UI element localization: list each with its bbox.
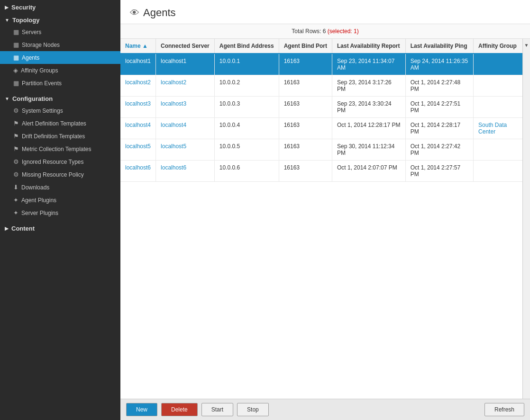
table-cell: 10.0.0.1 xyxy=(214,54,279,75)
table-cell: Oct 1, 2014 2:27:51 PM xyxy=(405,97,473,118)
table-cell-link[interactable]: localhost5 xyxy=(161,143,186,150)
col-header-last-avail-ping[interactable]: Last Availability Ping xyxy=(405,39,473,54)
table-cell: localhost3 xyxy=(156,97,215,118)
partition-icon: ▦ xyxy=(13,80,19,87)
sidebar-item-agents[interactable]: ▦ Agents xyxy=(0,51,120,64)
sidebar-section-content[interactable]: ▶ Content xyxy=(0,221,120,234)
sidebar-item-agents-label: Agents xyxy=(22,54,39,61)
sidebar-item-servers[interactable]: ▦ Servers xyxy=(0,26,120,38)
sidebar-section-security[interactable]: ▶ Security xyxy=(0,0,120,13)
table-cell-link[interactable]: localhost2 xyxy=(161,79,186,86)
footer-bar: New Delete Start Stop Refresh xyxy=(120,399,530,420)
storage-icon: ▦ xyxy=(13,41,19,48)
sidebar-item-agent-plugins[interactable]: ✦ Agent Plugins xyxy=(0,194,120,206)
table-cell: localhost1 xyxy=(156,54,215,75)
sidebar-item-affinity-groups-label: Affinity Groups xyxy=(21,67,58,74)
sidebar-item-missing-resource-policy-label: Missing Resource Policy xyxy=(22,171,84,178)
drift-icon: ⚑ xyxy=(13,133,19,140)
table-cell: Oct 1, 2014 2:27:48 PM xyxy=(405,75,473,97)
sidebar-item-server-plugins[interactable]: ✦ Server Plugins xyxy=(0,206,120,219)
col-header-affinity-group[interactable]: Affinity Group xyxy=(474,39,522,54)
sidebar-item-system-settings[interactable]: ⚙ System Settings xyxy=(0,104,120,117)
sidebar-item-storage-nodes[interactable]: ▦ Storage Nodes xyxy=(0,38,120,51)
table-cell-link[interactable]: localhost2 xyxy=(125,79,151,86)
sidebar-item-affinity-groups[interactable]: ◈ Affinity Groups xyxy=(0,64,120,77)
sidebar-item-drift-definition-templates-label: Drift Definition Templates xyxy=(22,133,85,140)
start-button[interactable]: Start xyxy=(201,403,233,416)
table-cell-link[interactable]: localhost3 xyxy=(161,100,186,107)
sidebar-item-agent-plugins-label: Agent Plugins xyxy=(21,197,56,204)
col-header-bind-address[interactable]: Agent Bind Address xyxy=(214,39,279,54)
table-cell: localhost6 xyxy=(120,161,156,182)
stop-button[interactable]: Stop xyxy=(237,403,269,416)
table-cell: localhost6 xyxy=(156,161,215,182)
table-row[interactable]: localhost1localhost110.0.0.116163Sep 23,… xyxy=(120,54,522,75)
sidebar-item-drift-definition-templates[interactable]: ⚑ Drift Definition Templates xyxy=(0,130,120,143)
sidebar-item-alert-definition-templates[interactable]: ⚑ Alert Definition Templates xyxy=(0,117,120,130)
table-row[interactable]: localhost5localhost510.0.0.516163Sep 30,… xyxy=(120,139,522,161)
sidebar-item-downloads[interactable]: ⬇ Downloads xyxy=(0,181,120,194)
table-info-bar: Total Rows: 6 (selected: 1) xyxy=(120,24,530,39)
col-header-last-avail-report[interactable]: Last Availability Report xyxy=(332,39,405,54)
col-header-name[interactable]: Name ▲ xyxy=(120,39,156,54)
alert-icon: ⚑ xyxy=(13,120,19,127)
table-cell-link[interactable]: localhost4 xyxy=(161,122,186,128)
table-cell: localhost4 xyxy=(156,118,215,139)
table-cell-link[interactable]: localhost5 xyxy=(125,143,151,150)
table-wrapper: Name ▲ Connected Server Agent Bind Addre… xyxy=(120,39,530,399)
table-cell: 16163 xyxy=(279,161,332,182)
table-cell-link[interactable]: localhost6 xyxy=(125,164,151,171)
missing-icon: ⚙ xyxy=(13,171,19,178)
col-name-label: Name xyxy=(125,43,141,49)
table-cell: Oct 1, 2014 12:28:17 PM xyxy=(332,118,405,139)
table-cell xyxy=(474,54,522,75)
table-cell: 16163 xyxy=(279,75,332,97)
scroll-arrow[interactable]: ▼ xyxy=(522,39,530,399)
table-cell-link[interactable]: South Data Center xyxy=(478,122,507,135)
table-cell: South Data Center xyxy=(474,118,522,139)
sidebar-item-ignored-resource-types-label: Ignored Resource Types xyxy=(22,159,84,165)
agents-table: Name ▲ Connected Server Agent Bind Addre… xyxy=(120,39,522,182)
table-row[interactable]: localhost2localhost210.0.0.216163Sep 23,… xyxy=(120,75,522,97)
sidebar-item-storage-nodes-label: Storage Nodes xyxy=(22,42,60,48)
table-cell: Oct 1, 2014 2:27:57 PM xyxy=(405,161,473,182)
table-cell: localhost3 xyxy=(120,97,156,118)
sidebar-item-ignored-resource-types[interactable]: ⚙ Ignored Resource Types xyxy=(0,155,120,168)
table-cell: Oct 1, 2014 2:28:17 PM xyxy=(405,118,473,139)
sidebar-item-partition-events[interactable]: ▦ Partition Events xyxy=(0,77,120,89)
content-area: Total Rows: 6 (selected: 1) Name ▲ Conne… xyxy=(120,24,530,399)
ignored-icon: ⚙ xyxy=(13,158,19,165)
download-icon: ⬇ xyxy=(13,184,18,191)
table-cell-link[interactable]: localhost4 xyxy=(125,122,151,128)
table-cell: localhost4 xyxy=(120,118,156,139)
agent-icon: ▦ xyxy=(13,54,19,61)
sidebar-section-topology[interactable]: ▼ Topology xyxy=(0,13,120,26)
settings-icon: ⚙ xyxy=(13,107,19,114)
refresh-button[interactable]: Refresh xyxy=(484,403,524,416)
page-header: 👁 Agents xyxy=(120,0,530,24)
sidebar-item-metric-collection-templates[interactable]: ⚑ Metric Collection Templates xyxy=(0,143,120,155)
table-cell-link[interactable]: localhost3 xyxy=(125,100,151,107)
table-cell-link[interactable]: localhost1 xyxy=(161,58,186,64)
col-header-bind-port[interactable]: Agent Bind Port xyxy=(279,39,332,54)
table-row[interactable]: localhost6localhost610.0.0.616163Oct 1, … xyxy=(120,161,522,182)
table-cell: localhost2 xyxy=(156,75,215,97)
table-cell: localhost5 xyxy=(120,139,156,161)
table-row[interactable]: localhost4localhost410.0.0.416163Oct 1, … xyxy=(120,118,522,139)
arrow-config-icon: ▼ xyxy=(5,96,9,101)
sidebar-item-missing-resource-policy[interactable]: ⚙ Missing Resource Policy xyxy=(0,168,120,181)
sidebar-item-server-plugins-label: Server Plugins xyxy=(21,210,58,216)
col-header-connected-server[interactable]: Connected Server xyxy=(156,39,215,54)
arrow-icon: ▶ xyxy=(5,5,9,10)
arrow-content-icon: ▶ xyxy=(5,226,9,231)
sidebar-section-configuration[interactable]: ▼ Configuration xyxy=(0,91,120,104)
table-row[interactable]: localhost3localhost310.0.0.316163Sep 23,… xyxy=(120,97,522,118)
table-cell-link[interactable]: localhost6 xyxy=(161,164,186,171)
sidebar: ▶ Security ▼ Topology ▦ Servers ▦ Storag… xyxy=(0,0,120,420)
table-cell-link[interactable]: localhost1 xyxy=(125,58,151,64)
delete-button[interactable]: Delete xyxy=(161,403,198,416)
table-cell: 10.0.0.2 xyxy=(214,75,279,97)
table-scroll[interactable]: Name ▲ Connected Server Agent Bind Addre… xyxy=(120,39,522,399)
table-selected-info: (selected: 1) xyxy=(328,28,359,35)
new-button[interactable]: New xyxy=(126,403,157,416)
